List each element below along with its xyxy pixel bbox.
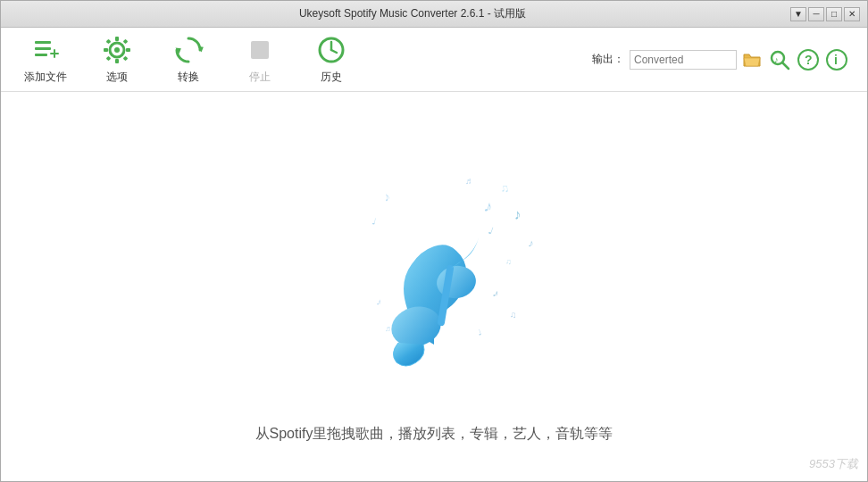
main-description: 从Spotify里拖拽歌曲，播放列表，专辑，艺人，音轨等等	[255, 425, 613, 444]
svg-rect-7	[115, 37, 119, 41]
stop-label: 停止	[249, 70, 271, 85]
search-icon-button[interactable]: ♪	[767, 47, 792, 72]
options-button[interactable]: 选项	[81, 29, 153, 91]
menu-button[interactable]: ▼	[790, 7, 806, 21]
svg-text:♪: ♪	[527, 237, 534, 250]
svg-text:♬: ♬	[465, 176, 472, 186]
svg-text:♪: ♪	[482, 196, 495, 216]
svg-line-20	[331, 50, 337, 53]
svg-rect-8	[115, 59, 119, 63]
svg-rect-10	[126, 48, 130, 52]
output-area: 输出： ♪	[592, 47, 858, 72]
help-icon-button[interactable]: ?	[796, 47, 821, 72]
svg-rect-11	[106, 39, 112, 45]
history-label: 历史	[321, 70, 342, 85]
svg-text:♩: ♩	[487, 224, 495, 236]
window-controls[interactable]: ▼ ─ □ ✕	[790, 7, 860, 21]
convert-label: 转换	[178, 70, 199, 85]
browse-folder-button[interactable]	[742, 50, 762, 70]
svg-rect-14	[123, 56, 129, 62]
history-button[interactable]: 历史	[296, 29, 367, 91]
svg-text:♩: ♩	[371, 216, 378, 227]
svg-rect-9	[104, 48, 108, 52]
stop-button[interactable]: 停止	[224, 29, 296, 91]
toolbar: 添加文件 选项	[1, 28, 867, 92]
info-icon-button[interactable]: i	[824, 47, 849, 72]
app-window: Ukeysoft Spotify Music Converter 2.6.1 -…	[0, 0, 868, 482]
svg-rect-2	[35, 54, 47, 56]
convert-button[interactable]: 转换	[153, 29, 224, 91]
convert-icon	[172, 34, 204, 66]
svg-text:♪: ♪	[375, 295, 382, 307]
output-label: 输出：	[592, 52, 624, 67]
svg-text:?: ?	[805, 53, 813, 67]
output-path-input[interactable]	[630, 50, 737, 70]
svg-text:♪: ♪	[774, 55, 779, 64]
svg-text:♪: ♪	[491, 287, 501, 300]
minimize-button[interactable]: ─	[808, 7, 824, 21]
svg-rect-4	[50, 53, 59, 54]
music-illustration: ♪ ♫ ♩ ♪ ♬ ♪ ♫ ♪ ♩ ♪ ♫ ♩ ♪ ♬	[309, 130, 559, 398]
add-files-icon	[29, 34, 62, 66]
window-title: Ukeysoft Spotify Music Converter 2.6.1 -…	[35, 6, 790, 21]
svg-text:♩: ♩	[476, 328, 482, 337]
title-bar: Ukeysoft Spotify Music Converter 2.6.1 -…	[1, 1, 867, 28]
svg-text:♪: ♪	[513, 206, 522, 222]
svg-rect-13	[106, 56, 112, 62]
svg-rect-17	[251, 41, 269, 59]
svg-line-22	[782, 62, 789, 69]
options-icon	[101, 34, 133, 66]
options-label: 选项	[106, 70, 128, 85]
svg-text:♬: ♬	[385, 324, 391, 333]
close-button[interactable]: ✕	[844, 7, 860, 21]
svg-text:♫: ♫	[505, 257, 512, 266]
svg-rect-12	[123, 39, 129, 45]
stop-icon	[244, 34, 276, 66]
history-icon	[315, 34, 347, 66]
svg-text:♫: ♫	[510, 310, 517, 320]
watermark: 9553下载	[809, 456, 858, 472]
maximize-button[interactable]: □	[826, 7, 842, 21]
svg-text:♪: ♪	[382, 188, 392, 204]
svg-text:♫: ♫	[499, 180, 510, 195]
svg-rect-0	[35, 41, 51, 44]
action-icons: ♪ ? i	[767, 47, 849, 72]
svg-text:i: i	[834, 53, 838, 67]
add-files-label: 添加文件	[24, 70, 67, 85]
svg-rect-1	[35, 47, 51, 50]
add-files-button[interactable]: 添加文件	[10, 29, 81, 91]
main-content: ♪ ♫ ♩ ♪ ♬ ♪ ♫ ♪ ♩ ♪ ♫ ♩ ♪ ♬	[1, 92, 867, 481]
svg-point-6	[114, 47, 120, 53]
